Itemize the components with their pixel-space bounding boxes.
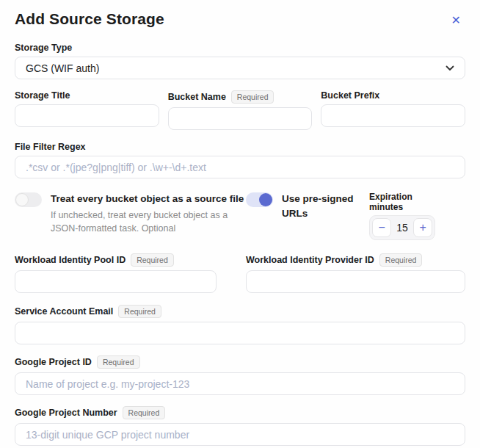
workload-identity-pool-label: Workload Identity Pool ID Required <box>15 253 217 267</box>
page-title: Add Source Storage <box>15 10 164 28</box>
decrement-button[interactable]: − <box>372 218 391 237</box>
toggle-knob <box>15 193 29 206</box>
treat-object-toggle-group: Treat every bucket object as a source fi… <box>15 192 246 240</box>
bucket-name-field: Bucket Name Required <box>168 90 313 130</box>
required-badge: Required <box>118 305 161 318</box>
google-project-id-label: Google Project ID Required <box>15 355 465 369</box>
required-badge: Required <box>231 90 274 104</box>
file-filter-regex-input[interactable] <box>15 156 465 178</box>
required-badge: Required <box>379 253 423 267</box>
google-project-number-section: Google Project Number Required <box>15 406 465 446</box>
workload-identity-pool-input[interactable] <box>15 270 217 293</box>
toggle-knob <box>259 193 272 206</box>
google-project-number-input[interactable] <box>15 423 465 446</box>
workload-identity-provider-field: Workload Identity Provider ID Required <box>246 253 465 293</box>
bucket-prefix-field: Bucket Prefix <box>321 90 465 130</box>
storage-title-label: Storage Title <box>15 90 159 101</box>
treat-object-toggle[interactable] <box>15 192 42 207</box>
presigned-urls-group: Use pre-signed URLs Expiration minutes −… <box>246 192 465 240</box>
toggles-row: Treat every bucket object as a source fi… <box>15 192 465 240</box>
bucket-name-label: Bucket Name Required <box>168 90 313 104</box>
bucket-fields-row: Storage Title Bucket Name Required Bucke… <box>15 90 465 130</box>
required-badge: Required <box>131 253 174 267</box>
bucket-name-input[interactable] <box>168 107 313 130</box>
expiration-minutes-label: Expiration minutes <box>369 192 441 212</box>
presigned-urls-toggle-label: Use pre-signed URLs <box>282 192 369 221</box>
storage-type-label: Storage Type <box>15 43 465 53</box>
treat-object-toggle-label: Treat every bucket object as a source fi… <box>51 192 244 206</box>
bucket-prefix-input[interactable] <box>321 104 465 127</box>
expiration-minutes-stepper: − 15 + <box>369 215 435 240</box>
bucket-prefix-label: Bucket Prefix <box>321 90 465 101</box>
google-project-id-input[interactable] <box>15 372 465 395</box>
required-badge: Required <box>97 355 140 369</box>
storage-type-select[interactable]: GCS (WIF auth) <box>15 57 465 79</box>
required-badge: Required <box>123 406 166 419</box>
workload-identity-provider-label: Workload Identity Provider ID Required <box>246 253 465 267</box>
file-filter-section: File Filter Regex <box>15 142 465 178</box>
expiration-minutes-field: Expiration minutes − 15 + <box>369 192 441 240</box>
expiration-minutes-value[interactable]: 15 <box>391 222 413 234</box>
service-account-email-label: Service Account Email Required <box>15 305 465 318</box>
chevron-down-icon <box>446 65 454 71</box>
workload-identity-pool-field: Workload Identity Pool ID Required <box>15 253 217 293</box>
workload-identity-row: Workload Identity Pool ID Required Workl… <box>15 253 465 293</box>
treat-object-toggle-help: If unchecked, treat every bucket object … <box>51 209 234 235</box>
increment-button[interactable]: + <box>413 218 432 237</box>
storage-title-input[interactable] <box>15 104 159 127</box>
close-icon[interactable]: ✕ <box>447 12 465 29</box>
service-account-email-section: Service Account Email Required <box>15 305 465 344</box>
storage-type-section: Storage Type GCS (WIF auth) <box>15 43 465 79</box>
dialog-header: Add Source Storage ✕ <box>15 10 465 29</box>
workload-identity-provider-input[interactable] <box>246 270 465 293</box>
storage-type-value: GCS (WIF auth) <box>26 62 99 74</box>
google-project-id-section: Google Project ID Required <box>15 355 465 395</box>
file-filter-regex-label: File Filter Regex <box>15 142 465 152</box>
presigned-urls-toggle[interactable] <box>246 192 273 207</box>
service-account-email-input[interactable] <box>15 322 465 344</box>
storage-title-field: Storage Title <box>15 90 159 130</box>
google-project-number-label: Google Project Number Required <box>15 406 465 419</box>
